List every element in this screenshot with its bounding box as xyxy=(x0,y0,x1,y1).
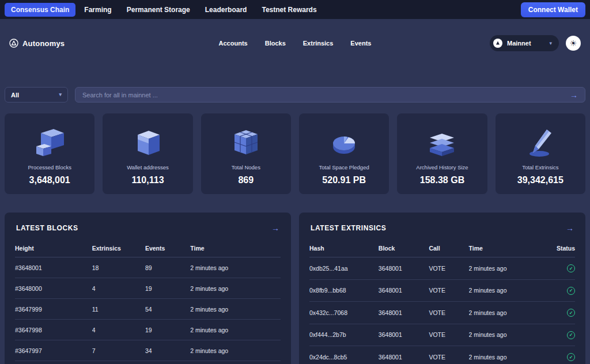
stat-label: Total Space Pledged xyxy=(319,164,369,170)
stats-row: Processed Blocks 3,648,001 Wallet addres… xyxy=(5,113,585,194)
cell-time: 2 minutes ago xyxy=(469,279,538,302)
cell-extrinsics: 18 xyxy=(92,257,145,278)
col-call: Call xyxy=(429,240,468,257)
success-check-icon: ✓ xyxy=(567,331,575,339)
search-filter-select[interactable]: All ▾ xyxy=(5,87,68,103)
table-row[interactable]: 0x24dc...8cb5 3648001 VOTE 2 minutes ago… xyxy=(309,346,575,364)
network-selector[interactable]: Mainnet ▾ xyxy=(490,35,559,51)
cell-events: 54 xyxy=(145,299,190,320)
table-row[interactable]: 0x432c...7068 3648001 VOTE 2 minutes ago… xyxy=(309,302,575,324)
col-hash: Hash xyxy=(309,240,379,257)
table-row[interactable]: #3647999 11 54 2 minutes ago xyxy=(15,299,281,320)
cell-time: 2 minutes ago xyxy=(190,299,281,320)
col-events: Events xyxy=(145,240,190,257)
cell-extrinsics: 4 xyxy=(92,320,145,340)
arrow-right-icon[interactable]: → xyxy=(566,224,574,232)
network-logo-icon xyxy=(493,39,502,48)
cell-time: 2 minutes ago xyxy=(190,278,281,299)
nav-leaderboard[interactable]: Leaderboard xyxy=(199,3,254,17)
cell-status: ✓ xyxy=(538,346,575,364)
stat-card-total-space-pledged: Total Space Pledged 520.91 PB xyxy=(299,113,389,194)
nav-extrinsics[interactable]: Extrinsics xyxy=(303,40,334,47)
success-check-icon: ✓ xyxy=(567,287,575,295)
col-time: Time xyxy=(190,240,281,257)
stat-card-total-nodes: Total Nodes 869 xyxy=(201,113,291,194)
chevron-down-icon: ▾ xyxy=(549,41,552,46)
network-label: Mainnet xyxy=(507,40,531,47)
table-row[interactable]: #3648001 18 89 2 minutes ago xyxy=(15,257,281,278)
table-row[interactable]: 0x8fb9...bb68 3648001 VOTE 2 minutes ago… xyxy=(309,279,575,302)
nav-accounts[interactable]: Accounts xyxy=(219,40,248,47)
cell-block: 3648001 xyxy=(379,279,429,302)
nav-blocks[interactable]: Blocks xyxy=(265,40,286,47)
panels-row: LATEST BLOCKS → Height Extrinsics Events… xyxy=(5,213,585,364)
cell-extrinsics: 11 xyxy=(92,299,145,320)
nav-consensus-chain[interactable]: Consensus Chain xyxy=(5,3,75,17)
pen-3d-icon xyxy=(521,125,559,161)
search-row: All ▾ → xyxy=(5,87,585,103)
top-navigation-bar: Consensus Chain Farming Permanent Storag… xyxy=(0,0,590,19)
extrinsic-hash-link[interactable]: 0x24dc...8cb5 xyxy=(309,346,379,364)
cell-block: 3648001 xyxy=(379,346,429,364)
search-input[interactable] xyxy=(82,92,570,98)
theme-toggle-button[interactable]: ☀ xyxy=(566,36,581,51)
block-height-link[interactable]: #3648001 xyxy=(15,257,92,278)
table-row[interactable]: #3647997 7 34 2 minutes ago xyxy=(15,340,281,361)
success-check-icon: ✓ xyxy=(567,264,575,272)
chevron-down-icon: ▾ xyxy=(59,92,62,97)
cell-events: 19 xyxy=(145,278,190,299)
nav-events[interactable]: Events xyxy=(350,40,371,47)
table-row[interactable]: #3648000 4 19 2 minutes ago xyxy=(15,278,281,299)
search-box: → xyxy=(75,87,585,103)
stat-card-archived-history-size: Archived History Size 158.38 GB xyxy=(397,113,487,194)
col-status: Status xyxy=(538,240,575,257)
connect-wallet-button[interactable]: Connect Wallet xyxy=(521,2,585,17)
archive-layers-3d-icon xyxy=(423,125,461,161)
cell-call: VOTE xyxy=(429,346,468,364)
col-height: Height xyxy=(15,240,92,257)
arrow-right-icon[interactable]: → xyxy=(570,91,578,99)
stat-value: 158.38 GB xyxy=(420,175,464,185)
brand-home-link[interactable]: Autonomys xyxy=(9,39,65,48)
nav-farming[interactable]: Farming xyxy=(78,3,118,17)
stat-label: Processed Blocks xyxy=(28,164,71,170)
latest-blocks-panel: LATEST BLOCKS → Height Extrinsics Events… xyxy=(5,213,291,364)
cell-time: 2 minutes ago xyxy=(190,257,281,278)
stat-card-wallet-addresses: Wallet addresses 110,113 xyxy=(103,113,192,194)
cell-call: VOTE xyxy=(429,279,468,302)
latest-extrinsics-title: LATEST EXTRINSICS xyxy=(311,224,386,232)
stat-value: 39,342,615 xyxy=(517,175,563,185)
block-height-link[interactable]: #3648000 xyxy=(15,278,92,299)
stat-value: 3,648,001 xyxy=(29,175,70,185)
nav-testnet-rewards[interactable]: Testnet Rewards xyxy=(255,3,323,17)
col-block: Block xyxy=(379,240,429,257)
block-height-link[interactable]: #3647999 xyxy=(15,299,92,320)
arrow-right-icon[interactable]: → xyxy=(271,224,279,232)
stat-label: Total Nodes xyxy=(232,164,260,170)
block-height-link[interactable]: #3647997 xyxy=(15,340,92,361)
block-height-link[interactable]: #3647998 xyxy=(15,320,92,340)
cell-block: 3648001 xyxy=(379,302,429,324)
cell-status: ✓ xyxy=(538,302,575,324)
cell-time: 2 minutes ago xyxy=(469,257,538,280)
table-row[interactable]: 0xf444...2b7b 3648001 VOTE 2 minutes ago… xyxy=(309,324,575,346)
cell-extrinsics: 4 xyxy=(92,278,145,299)
cell-status: ✓ xyxy=(538,257,575,280)
cell-block: 3648001 xyxy=(379,324,429,346)
cell-status: ✓ xyxy=(538,279,575,302)
cell-events: 89 xyxy=(145,257,190,278)
table-row[interactable]: 0xdb25...41aa 3648001 VOTE 2 minutes ago… xyxy=(309,257,575,280)
pie-disc-3d-icon xyxy=(325,125,363,161)
table-row[interactable]: #3647998 4 19 2 minutes ago xyxy=(15,320,281,340)
nodes-cube-3d-icon xyxy=(227,125,265,161)
col-time: Time xyxy=(469,240,538,257)
stat-value: 110,113 xyxy=(131,175,164,185)
extrinsic-hash-link[interactable]: 0x432c...7068 xyxy=(309,302,379,324)
extrinsic-hash-link[interactable]: 0xf444...2b7b xyxy=(309,324,379,346)
stat-value: 520.91 PB xyxy=(322,175,366,185)
extrinsic-hash-link[interactable]: 0xdb25...41aa xyxy=(309,257,379,280)
extrinsic-hash-link[interactable]: 0x8fb9...bb68 xyxy=(309,279,379,302)
cell-events: 19 xyxy=(145,320,190,340)
nav-permanent-storage[interactable]: Permanent Storage xyxy=(120,3,196,17)
cell-time: 2 minutes ago xyxy=(469,346,538,364)
